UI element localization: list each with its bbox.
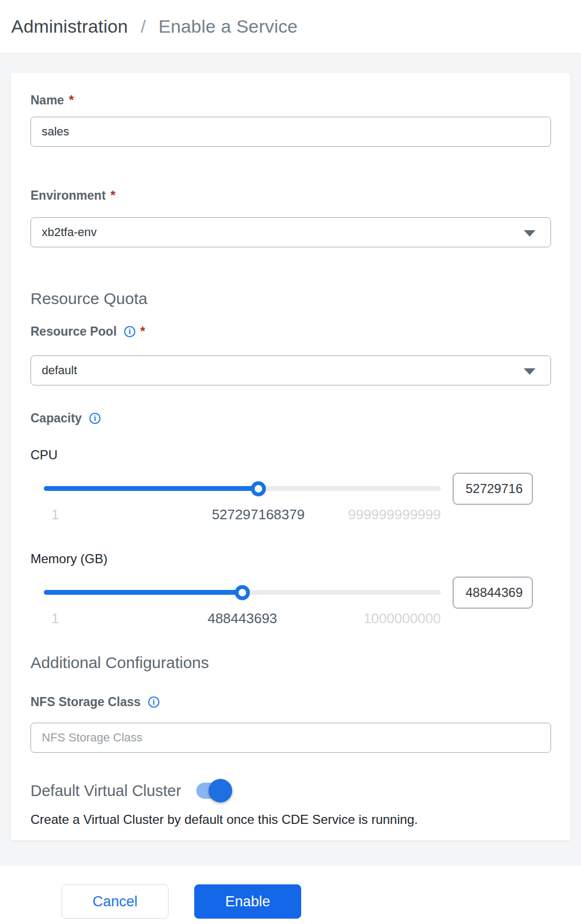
memory-slider-ticks: 1 488443693 1000000000	[44, 610, 441, 627]
required-asterisk: *	[111, 188, 116, 202]
cancel-button[interactable]: Cancel	[62, 884, 169, 919]
resource-pool-selected-value: default	[42, 363, 77, 377]
resource-pool-select[interactable]: default	[30, 355, 551, 385]
cpu-slider-row: 52729716	[30, 472, 551, 505]
additional-configurations-heading: Additional Configurations	[30, 653, 551, 672]
info-icon[interactable]: i	[89, 413, 101, 424]
cpu-label: CPU	[30, 448, 551, 463]
memory-slider	[44, 576, 441, 609]
environment-select[interactable]: xb2tfa-env	[30, 217, 551, 247]
page-header: Administration / Enable a Service	[0, 0, 581, 54]
memory-slider-handle[interactable]	[235, 585, 250, 600]
default-virtual-cluster-label: Default Virtual Cluster	[30, 782, 181, 800]
memory-min-tick: 1	[51, 610, 59, 627]
memory-label: Memory (GB)	[30, 551, 551, 566]
breadcrumb-enable-a-service: Enable a Service	[158, 16, 297, 36]
name-input[interactable]	[30, 117, 551, 147]
default-virtual-cluster-toggle[interactable]	[196, 783, 231, 799]
default-virtual-cluster-row: Default Virtual Cluster	[30, 778, 551, 803]
breadcrumb: Administration / Enable a Service	[11, 16, 297, 37]
info-icon[interactable]: i	[124, 326, 135, 337]
default-virtual-cluster-description: Create a Virtual Cluster by default once…	[30, 812, 551, 828]
action-footer: Cancel Enable	[0, 866, 581, 924]
toggle-thumb	[209, 779, 232, 802]
cpu-slider-handle[interactable]	[251, 481, 266, 496]
cpu-slider-ticks: 1 527297168379 999999999999	[44, 506, 441, 524]
chevron-down-icon	[524, 230, 536, 237]
cpu-slider	[44, 472, 441, 505]
nfs-storage-class-input[interactable]	[30, 723, 551, 753]
chevron-down-icon	[524, 368, 536, 375]
environment-label: Environment *	[30, 188, 551, 202]
cpu-max-tick: 999999999999	[348, 506, 441, 523]
required-asterisk: *	[140, 324, 145, 338]
breadcrumb-separator: /	[141, 16, 146, 36]
memory-slider-fill	[44, 590, 242, 595]
cpu-slider-track[interactable]	[44, 486, 441, 491]
required-asterisk: *	[69, 93, 74, 107]
memory-value-input[interactable]: 48844369	[453, 577, 533, 609]
enable-button[interactable]: Enable	[194, 884, 301, 919]
name-label: Name *	[30, 93, 551, 107]
capacity-label: Capacity i	[30, 411, 551, 425]
cpu-current-tick: 527297168379	[212, 506, 305, 523]
cpu-value-input[interactable]: 52729716	[453, 473, 533, 505]
info-icon[interactable]: i	[148, 696, 159, 708]
environment-selected-value: xb2tfa-env	[42, 225, 97, 239]
memory-current-tick: 488443693	[208, 610, 277, 627]
resource-pool-label: Resource Pool i *	[30, 324, 551, 338]
cpu-slider-fill	[44, 486, 258, 491]
memory-max-tick: 1000000000	[363, 610, 441, 627]
memory-slider-row: 48844369	[30, 576, 551, 609]
cpu-min-tick: 1	[51, 506, 59, 523]
resource-quota-heading: Resource Quota	[30, 289, 551, 308]
breadcrumb-administration[interactable]: Administration	[11, 16, 128, 36]
enable-service-form-card: Name * Environment * xb2tfa-env Resource…	[11, 73, 570, 840]
nfs-storage-class-label: NFS Storage Class i	[30, 695, 551, 709]
